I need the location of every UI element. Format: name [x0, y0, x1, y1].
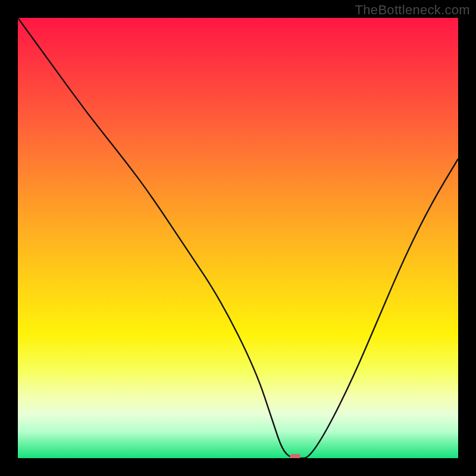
bottleneck-curve: [18, 18, 458, 458]
plot-area: [18, 18, 458, 458]
chart-container: TheBottleneck.com: [0, 0, 476, 476]
optimum-marker: [290, 454, 300, 458]
curve-svg: [18, 18, 458, 458]
watermark-text: TheBottleneck.com: [355, 2, 470, 18]
